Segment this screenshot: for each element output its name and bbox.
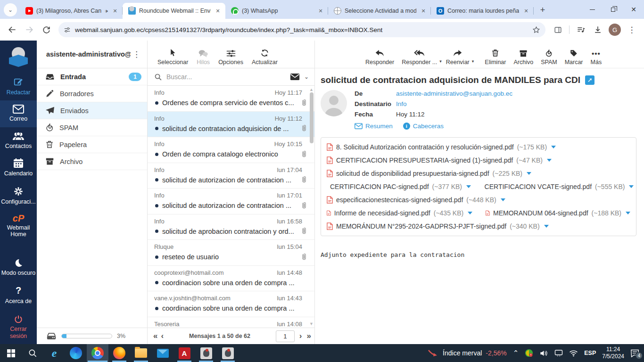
reload-button[interactable] bbox=[39, 22, 54, 37]
options-button[interactable]: Opciones bbox=[215, 48, 247, 66]
forward-button[interactable] bbox=[22, 22, 37, 37]
reply-all-caret-icon[interactable]: ▾ bbox=[439, 59, 442, 64]
last-page-button[interactable]: » bbox=[307, 331, 310, 341]
message-row[interactable]: InfoHoy 11:17 Ordenes de compra servicio… bbox=[148, 86, 314, 112]
sidebar-item-settings[interactable]: Configuraci... bbox=[0, 182, 37, 210]
tab-youtube[interactable]: (3) Milagroso, Abres Can 🕩 ✕ bbox=[20, 3, 123, 19]
archive-button[interactable]: Archivo bbox=[510, 48, 537, 66]
tab-whatsapp[interactable]: (3) WhatsApp ✕ bbox=[225, 3, 328, 19]
message-row[interactable]: Infolun 17:01 solicitud de autorizacion … bbox=[148, 189, 314, 214]
message-row[interactable]: Infolun 16:58 solicitud de aprobacion co… bbox=[148, 214, 314, 240]
bookmark-star-icon[interactable] bbox=[532, 25, 541, 34]
taskbar-java-app-button[interactable] bbox=[195, 344, 217, 362]
message-row[interactable]: Infolun 17:04 solicitud de autorizacion … bbox=[148, 163, 314, 189]
url-bar[interactable]: webmail.sanjuan.gob.ec/cpsess2151491327/… bbox=[58, 22, 545, 37]
to-address-link[interactable]: Info bbox=[396, 100, 407, 107]
downloads-button[interactable] bbox=[590, 22, 605, 37]
taskbar-java-app2-button[interactable] bbox=[217, 344, 239, 362]
refresh-button[interactable]: Actualizar bbox=[248, 48, 281, 66]
attachment-menu-caret-icon[interactable] bbox=[501, 198, 505, 201]
close-button[interactable]: ✕ bbox=[623, 0, 644, 19]
folder-inbox[interactable]: Entrada 1 bbox=[37, 68, 147, 85]
tab-roundcube[interactable]: Roundcube Webmail :: Envia ✕ bbox=[123, 3, 225, 19]
taskbar-edge-button[interactable] bbox=[65, 344, 87, 362]
taskbar-chrome-button[interactable] bbox=[87, 344, 108, 362]
search-input[interactable] bbox=[166, 73, 286, 81]
new-tab-button[interactable]: + bbox=[537, 4, 549, 16]
next-page-button[interactable]: › bbox=[299, 331, 302, 341]
attachment-item[interactable]: solicitud de disponibilidad presupuestar… bbox=[327, 170, 531, 177]
page-number-input[interactable] bbox=[276, 330, 295, 342]
tab-close-icon[interactable]: ✕ bbox=[420, 7, 427, 15]
sidebar-item-dark-mode[interactable]: Modo oscuro bbox=[0, 254, 37, 281]
headers-link[interactable]: i Cabeceras bbox=[403, 123, 444, 130]
scrollbar-thumb[interactable] bbox=[310, 92, 314, 143]
tab-actividad[interactable]: Seleccione Actividad a modi ✕ bbox=[328, 3, 431, 19]
message-row-selected[interactable]: InfoHoy 11:12 solicitud de contratacion … bbox=[148, 112, 314, 138]
message-row[interactable]: Tesorerialun 14:08 bbox=[148, 317, 314, 328]
scroll-down-icon[interactable]: ▼ bbox=[309, 321, 314, 326]
attachment-item[interactable]: CERTIFICACION VCATE-signed.pdf (~555 KB) bbox=[481, 183, 630, 190]
folder-spam[interactable]: SPAM bbox=[37, 119, 147, 136]
attachment-menu-caret-icon[interactable] bbox=[468, 212, 472, 214]
first-page-button[interactable]: « bbox=[153, 331, 156, 341]
sidebar-item-calendar[interactable]: Calendario bbox=[0, 154, 37, 181]
language-indicator[interactable]: ESP bbox=[584, 350, 596, 356]
taskbar-ie-button[interactable]: e bbox=[43, 344, 65, 362]
attachment-menu-caret-icon[interactable] bbox=[527, 172, 531, 175]
folder-archive[interactable]: Archivo bbox=[37, 153, 147, 170]
sidebar-item-contacts[interactable]: Contactos bbox=[0, 127, 37, 154]
minimize-button[interactable] bbox=[582, 0, 603, 19]
side-panel-button[interactable] bbox=[550, 22, 565, 37]
mark-button[interactable]: Marcar bbox=[561, 48, 586, 66]
roundcube-logo[interactable] bbox=[8, 47, 29, 68]
profile-button[interactable]: G bbox=[607, 22, 622, 37]
attachment-item[interactable]: CERTIFICACION PAC-signed.pdf (~377 KB) bbox=[327, 183, 468, 190]
prev-page-button[interactable]: ‹ bbox=[161, 331, 164, 341]
account-menu-icon[interactable]: ⋮ bbox=[131, 49, 142, 59]
folder-sent[interactable]: Enviados bbox=[37, 102, 147, 119]
from-address-link[interactable]: asistente-administrativo@sanjuan.gob.ec bbox=[396, 90, 512, 97]
spam-button[interactable]: SPAM bbox=[537, 48, 561, 66]
attachment-item[interactable]: MEMORÁNDUM N°295-2024-GADPRSJ-PJFT-signe… bbox=[327, 222, 549, 230]
start-button[interactable] bbox=[0, 344, 22, 362]
more-button[interactable]: ••• Más bbox=[587, 48, 605, 66]
search-options-chevron-icon[interactable]: ⌄ bbox=[304, 74, 309, 80]
reply-button[interactable]: Responder bbox=[362, 48, 397, 66]
tab-close-icon[interactable]: ✕ bbox=[317, 7, 324, 15]
folder-drafts[interactable]: Borradores bbox=[37, 85, 147, 102]
delete-button[interactable]: Eliminar bbox=[481, 48, 509, 66]
restore-button[interactable] bbox=[603, 0, 623, 19]
reply-all-button[interactable]: Responder ... bbox=[398, 48, 440, 66]
tab-close-icon[interactable]: ✕ bbox=[214, 7, 222, 15]
message-row[interactable]: vane.v.joshtin@hotmail.comlun 14:43 coor… bbox=[148, 291, 314, 317]
sidebar-item-logout[interactable]: Cerrar sesión bbox=[0, 310, 37, 344]
antivirus-tray-icon[interactable] bbox=[525, 349, 533, 357]
scroll-up-icon[interactable]: ▲ bbox=[309, 87, 314, 92]
media-controls-button[interactable] bbox=[573, 22, 588, 37]
tab-outlook[interactable]: Correo: maria lourdes peñaf ✕ bbox=[431, 3, 534, 19]
tab-close-icon[interactable]: ✕ bbox=[522, 7, 530, 15]
attachment-menu-caret-icon[interactable] bbox=[626, 212, 630, 214]
audio-playing-icon[interactable]: 🕩 bbox=[105, 8, 108, 14]
taskbar-explorer-button[interactable] bbox=[130, 344, 152, 362]
taskbar-mail-button[interactable] bbox=[152, 344, 173, 362]
tray-expand-chevron-icon[interactable]: ⌃ bbox=[513, 349, 519, 357]
message-row[interactable]: InfoHoy 10:15 Orden de compra catalogo e… bbox=[148, 137, 314, 163]
select-button[interactable]: Seleccionar bbox=[154, 48, 191, 66]
attachment-item[interactable]: MEMORANDUM 064-signed.pdf (~188 KB) bbox=[486, 209, 630, 217]
threads-button[interactable]: Hilos bbox=[193, 48, 213, 66]
list-scrollbar[interactable]: ▲ ▼ bbox=[309, 86, 314, 328]
tab-search-button[interactable]: ⌄ bbox=[4, 3, 17, 16]
attachment-item[interactable]: 8. Solicitud Autorización contratación y… bbox=[327, 143, 556, 151]
scope-mail-icon[interactable] bbox=[290, 73, 300, 81]
sidebar-item-webmail-home[interactable]: cP Webmail Home bbox=[0, 210, 37, 243]
back-button[interactable] bbox=[5, 22, 20, 37]
sidebar-item-mail[interactable]: Correo bbox=[0, 100, 37, 127]
sidebar-item-compose[interactable]: Redactar bbox=[0, 73, 37, 100]
news-ticker[interactable]: Índice merval -2,56% bbox=[428, 348, 507, 358]
attachment-item[interactable]: especificacionestecnicas-signed-signed.p… bbox=[327, 196, 505, 204]
volume-tray-icon[interactable] bbox=[539, 349, 548, 357]
forward-button[interactable]: Reenviar bbox=[443, 48, 473, 66]
attachment-item[interactable]: CERTIFICACION PRESUPUESTARIA-signed (1)-… bbox=[327, 156, 552, 164]
